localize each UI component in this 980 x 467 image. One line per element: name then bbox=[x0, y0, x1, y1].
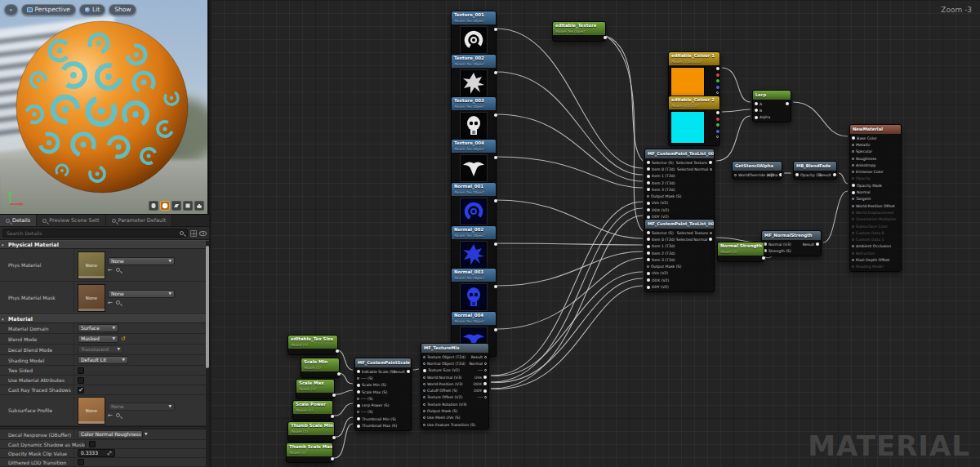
color-swatch[interactable] bbox=[670, 67, 705, 100]
use-material-attributes-checkbox[interactable] bbox=[78, 377, 84, 384]
details-scrollbar[interactable] bbox=[206, 241, 209, 467]
output-pin[interactable] bbox=[484, 396, 487, 398]
node-texlist-2[interactable]: MF_CustomPaint_TexList_004Selector (S)Se… bbox=[644, 219, 715, 292]
input-pin[interactable] bbox=[357, 417, 360, 420]
node-texture-003[interactable]: Texture_003Param Tex Object bbox=[451, 96, 497, 142]
shading-model-dropdown[interactable]: Default Lit▼ bbox=[78, 356, 128, 364]
output-pin[interactable] bbox=[710, 232, 712, 234]
opacity-mask-clip-input[interactable]: 0.3333 bbox=[78, 449, 115, 457]
node-texture-002[interactable]: Texture_002Param Tex Object bbox=[451, 54, 497, 100]
lit-button[interactable]: Lit bbox=[79, 4, 105, 16]
input-pin[interactable] bbox=[647, 272, 650, 275]
input-pin[interactable] bbox=[852, 158, 854, 160]
output-pin[interactable] bbox=[407, 370, 410, 373]
input-pin[interactable] bbox=[852, 259, 854, 261]
input-pin[interactable] bbox=[423, 403, 425, 406]
output-pin[interactable] bbox=[483, 389, 487, 393]
node-texlist-1[interactable]: MF_CustomPaint_TexList_004Selector (S)Se… bbox=[644, 149, 715, 222]
input-pin[interactable] bbox=[647, 286, 650, 289]
visibility-icon[interactable] bbox=[199, 231, 207, 236]
input-pin[interactable] bbox=[852, 164, 854, 167]
input-pin[interactable] bbox=[755, 109, 758, 112]
input-pin[interactable] bbox=[755, 102, 758, 105]
blend-mode-dropdown[interactable]: Masked▼ bbox=[78, 335, 118, 343]
phys-material-dropdown[interactable]: None▼ bbox=[108, 257, 175, 265]
output-pin[interactable] bbox=[762, 256, 765, 260]
preview-viewport[interactable]: ▾ Perspective Lit Show bbox=[0, 0, 209, 214]
input-pin[interactable] bbox=[647, 216, 650, 219]
input-pin[interactable] bbox=[647, 195, 649, 198]
input-pin[interactable] bbox=[852, 211, 854, 214]
decal-response-dropdown[interactable]: Color Normal Roughness▼ bbox=[78, 430, 143, 438]
input-pin[interactable] bbox=[423, 356, 425, 358]
display-filter-icon[interactable] bbox=[190, 230, 197, 237]
input-pin[interactable] bbox=[423, 396, 425, 398]
input-pin[interactable] bbox=[852, 150, 854, 153]
preview-shape-plane-button[interactable] bbox=[172, 201, 181, 211]
node-thumb-scale-max[interactable]: Thumb Scale MaxParam (1) bbox=[286, 443, 333, 463]
input-pin[interactable] bbox=[734, 174, 737, 176]
output-pin[interactable] bbox=[716, 123, 719, 127]
input-pin[interactable] bbox=[852, 177, 854, 180]
output-pin[interactable] bbox=[716, 67, 719, 70]
output-pin[interactable] bbox=[494, 285, 497, 288]
input-pin[interactable] bbox=[795, 173, 799, 176]
output-pin[interactable] bbox=[494, 28, 497, 31]
input-pin[interactable] bbox=[423, 424, 425, 426]
dithered-lod-checkbox[interactable] bbox=[78, 459, 84, 465]
node-mb-blendfade[interactable]: MB_BlendFadeOpacity (S)Result bbox=[793, 161, 837, 180]
output-pin[interactable] bbox=[716, 73, 719, 77]
preview-shape-sphere-button[interactable] bbox=[160, 201, 170, 211]
output-pin[interactable] bbox=[484, 356, 487, 358]
reset-to-default-icon[interactable]: ↺ bbox=[121, 336, 126, 342]
output-pin[interactable] bbox=[604, 36, 607, 39]
node-normal-002[interactable]: Normal_002Param Tex Object bbox=[451, 225, 497, 271]
search-input[interactable]: Search Details bbox=[2, 229, 188, 238]
input-pin[interactable] bbox=[755, 116, 758, 119]
phys-material-mask-dropdown[interactable]: None▼ bbox=[108, 290, 175, 298]
input-pin[interactable] bbox=[357, 377, 359, 380]
node-editable-tex-size[interactable]: editable_Tex SizeParam (1) bbox=[287, 335, 338, 355]
node-lerp[interactable]: LerpABAlpha bbox=[752, 90, 791, 122]
node-editable-texture[interactable]: editable_TextureParam Tex Object bbox=[552, 21, 606, 42]
browse-icon[interactable] bbox=[116, 413, 120, 417]
input-pin[interactable] bbox=[423, 410, 425, 412]
tab-preview-scene-settings[interactable]: Preview Scene Sett bbox=[37, 215, 105, 226]
input-pin[interactable] bbox=[852, 205, 854, 207]
node-scale-power[interactable]: Scale PowerParam (1) bbox=[292, 400, 333, 420]
input-pin[interactable] bbox=[357, 404, 360, 407]
input-pin[interactable] bbox=[852, 171, 854, 173]
output-pin[interactable] bbox=[816, 242, 819, 246]
input-pin[interactable] bbox=[647, 188, 650, 191]
output-pin[interactable] bbox=[494, 199, 497, 202]
input-pin[interactable] bbox=[852, 265, 854, 268]
output-pin[interactable] bbox=[716, 79, 719, 82]
input-pin[interactable] bbox=[647, 167, 650, 171]
output-pin[interactable] bbox=[484, 362, 487, 365]
cast-dynamic-shadow-checkbox[interactable] bbox=[89, 441, 96, 447]
section-physical-material[interactable]: Physical Material bbox=[0, 240, 209, 249]
input-pin[interactable] bbox=[423, 362, 425, 365]
input-pin[interactable] bbox=[423, 416, 425, 419]
input-pin[interactable] bbox=[423, 389, 425, 392]
input-pin[interactable] bbox=[647, 245, 650, 248]
show-button[interactable]: Show bbox=[109, 4, 136, 16]
output-pin[interactable] bbox=[331, 457, 334, 460]
input-pin[interactable] bbox=[852, 245, 854, 247]
input-pin[interactable] bbox=[647, 251, 650, 255]
output-pin[interactable] bbox=[332, 394, 336, 397]
output-pin[interactable] bbox=[716, 111, 719, 114]
output-pin[interactable] bbox=[494, 328, 497, 331]
input-pin[interactable] bbox=[647, 175, 650, 178]
browse-icon[interactable] bbox=[116, 300, 120, 305]
output-pin[interactable] bbox=[709, 161, 712, 164]
input-pin[interactable] bbox=[852, 144, 854, 146]
output-pin[interactable] bbox=[716, 86, 719, 89]
preview-shape-mesh-button[interactable] bbox=[194, 201, 204, 211]
output-pin[interactable] bbox=[332, 436, 336, 439]
input-pin[interactable] bbox=[852, 198, 854, 200]
browse-icon[interactable] bbox=[116, 268, 120, 272]
use-selected-icon[interactable]: ← bbox=[108, 412, 113, 419]
input-pin[interactable] bbox=[647, 278, 650, 282]
input-pin[interactable] bbox=[357, 384, 360, 387]
